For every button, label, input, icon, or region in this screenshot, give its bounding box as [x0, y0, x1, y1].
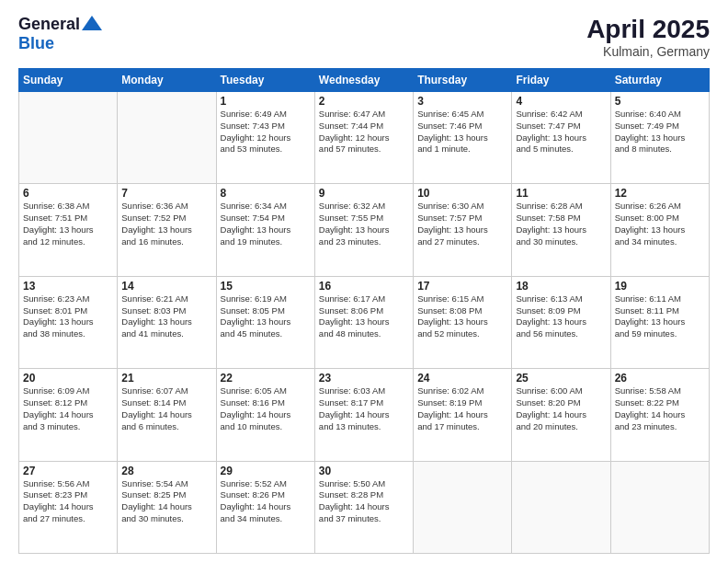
- calendar-cell: 15Sunrise: 6:19 AMSunset: 8:05 PMDayligh…: [216, 276, 314, 368]
- day-number: 4: [516, 95, 606, 108]
- day-detail: Sunrise: 6:42 AMSunset: 7:47 PMDaylight:…: [516, 109, 606, 155]
- day-number: 2: [319, 95, 409, 108]
- calendar-cell: [414, 461, 512, 553]
- calendar-row-0: 1Sunrise: 6:49 AMSunset: 7:43 PMDaylight…: [19, 92, 710, 184]
- calendar-header-monday: Monday: [118, 69, 216, 92]
- title-block: April 2025 Kulmain, Germany: [586, 15, 710, 59]
- day-detail: Sunrise: 6:30 AMSunset: 7:57 PMDaylight:…: [417, 201, 507, 247]
- calendar-cell: 20Sunrise: 6:09 AMSunset: 8:12 PMDayligh…: [19, 369, 118, 461]
- day-number: 30: [319, 465, 409, 477]
- day-detail: Sunrise: 6:15 AMSunset: 8:08 PMDaylight:…: [417, 293, 507, 340]
- calendar-cell: 13Sunrise: 6:23 AMSunset: 8:01 PMDayligh…: [19, 276, 118, 368]
- page: General Blue April 2025 Kulmain, Germany…: [0, 0, 728, 563]
- calendar-cell: 28Sunrise: 5:54 AMSunset: 8:25 PMDayligh…: [118, 461, 216, 553]
- calendar-row-1: 6Sunrise: 6:38 AMSunset: 7:51 PMDaylight…: [19, 184, 710, 276]
- day-detail: Sunrise: 6:11 AMSunset: 8:11 PMDaylight:…: [615, 293, 705, 340]
- day-number: 24: [417, 372, 507, 385]
- day-number: 18: [516, 280, 606, 293]
- calendar-cell: 1Sunrise: 6:49 AMSunset: 7:43 PMDaylight…: [216, 92, 314, 184]
- day-detail: Sunrise: 6:47 AMSunset: 7:44 PMDaylight:…: [319, 109, 409, 155]
- calendar-cell: 29Sunrise: 5:52 AMSunset: 8:26 PMDayligh…: [216, 461, 314, 553]
- calendar-cell: [512, 461, 610, 553]
- day-number: 6: [23, 187, 113, 200]
- day-detail: Sunrise: 6:02 AMSunset: 8:19 PMDaylight:…: [417, 385, 507, 432]
- calendar-header-row: SundayMondayTuesdayWednesdayThursdayFrid…: [19, 69, 710, 92]
- logo-blue: Blue: [18, 34, 54, 53]
- title-location: Kulmain, Germany: [586, 44, 710, 59]
- day-number: 7: [121, 187, 211, 200]
- day-detail: Sunrise: 6:17 AMSunset: 8:06 PMDaylight:…: [319, 293, 409, 340]
- calendar-cell: 9Sunrise: 6:32 AMSunset: 7:55 PMDaylight…: [314, 184, 413, 276]
- day-detail: Sunrise: 6:36 AMSunset: 7:52 PMDaylight:…: [121, 201, 211, 247]
- day-number: 29: [221, 465, 311, 477]
- calendar-header-tuesday: Tuesday: [216, 69, 314, 92]
- calendar-cell: 26Sunrise: 5:58 AMSunset: 8:22 PMDayligh…: [610, 369, 709, 461]
- day-detail: Sunrise: 5:54 AMSunset: 8:25 PMDaylight:…: [121, 478, 211, 525]
- calendar-cell: 7Sunrise: 6:36 AMSunset: 7:52 PMDaylight…: [118, 184, 216, 276]
- day-number: 9: [319, 187, 409, 200]
- day-number: 11: [516, 187, 606, 200]
- day-detail: Sunrise: 6:49 AMSunset: 7:43 PMDaylight:…: [221, 109, 311, 155]
- calendar-cell: 12Sunrise: 6:26 AMSunset: 8:00 PMDayligh…: [610, 184, 709, 276]
- day-detail: Sunrise: 6:28 AMSunset: 7:58 PMDaylight:…: [516, 201, 606, 247]
- calendar-cell: 22Sunrise: 6:05 AMSunset: 8:16 PMDayligh…: [216, 369, 314, 461]
- day-detail: Sunrise: 6:38 AMSunset: 7:51 PMDaylight:…: [23, 201, 113, 247]
- logo-triangle-icon: [82, 16, 102, 30]
- day-number: 17: [417, 280, 507, 293]
- day-number: 28: [121, 465, 211, 477]
- logo-general: General: [18, 15, 80, 34]
- calendar-cell: 21Sunrise: 6:07 AMSunset: 8:14 PMDayligh…: [118, 369, 216, 461]
- calendar-cell: 25Sunrise: 6:00 AMSunset: 8:20 PMDayligh…: [512, 369, 610, 461]
- calendar-table: SundayMondayTuesdayWednesdayThursdayFrid…: [18, 68, 710, 554]
- calendar-cell: 3Sunrise: 6:45 AMSunset: 7:46 PMDaylight…: [414, 92, 512, 184]
- calendar-cell: 2Sunrise: 6:47 AMSunset: 7:44 PMDaylight…: [314, 92, 413, 184]
- calendar-cell: 14Sunrise: 6:21 AMSunset: 8:03 PMDayligh…: [118, 276, 216, 368]
- day-detail: Sunrise: 6:13 AMSunset: 8:09 PMDaylight:…: [516, 293, 606, 340]
- calendar-header-friday: Friday: [512, 69, 610, 92]
- svg-marker-0: [82, 16, 102, 30]
- day-number: 23: [319, 372, 409, 385]
- day-detail: Sunrise: 6:19 AMSunset: 8:05 PMDaylight:…: [221, 293, 311, 340]
- day-number: 16: [319, 280, 409, 293]
- calendar-cell: [19, 92, 118, 184]
- day-number: 1: [221, 95, 311, 108]
- day-number: 22: [221, 372, 311, 385]
- calendar-cell: 18Sunrise: 6:13 AMSunset: 8:09 PMDayligh…: [512, 276, 610, 368]
- logo: General Blue: [18, 15, 102, 53]
- day-detail: Sunrise: 6:21 AMSunset: 8:03 PMDaylight:…: [121, 293, 211, 340]
- calendar-cell: 8Sunrise: 6:34 AMSunset: 7:54 PMDaylight…: [216, 184, 314, 276]
- day-detail: Sunrise: 6:32 AMSunset: 7:55 PMDaylight:…: [319, 201, 409, 247]
- calendar-cell: 5Sunrise: 6:40 AMSunset: 7:49 PMDaylight…: [610, 92, 709, 184]
- day-number: 10: [417, 187, 507, 200]
- calendar-cell: 27Sunrise: 5:56 AMSunset: 8:23 PMDayligh…: [19, 461, 118, 553]
- calendar-header-sunday: Sunday: [19, 69, 118, 92]
- calendar-row-2: 13Sunrise: 6:23 AMSunset: 8:01 PMDayligh…: [19, 276, 710, 368]
- day-number: 3: [417, 95, 507, 108]
- day-number: 5: [615, 95, 705, 108]
- day-number: 12: [615, 187, 705, 200]
- title-month: April 2025: [586, 15, 710, 44]
- day-detail: Sunrise: 6:09 AMSunset: 8:12 PMDaylight:…: [23, 385, 113, 432]
- calendar-cell: 24Sunrise: 6:02 AMSunset: 8:19 PMDayligh…: [414, 369, 512, 461]
- calendar-row-4: 27Sunrise: 5:56 AMSunset: 8:23 PMDayligh…: [19, 461, 710, 553]
- day-number: 8: [221, 187, 311, 200]
- header: General Blue April 2025 Kulmain, Germany: [18, 15, 710, 59]
- calendar-cell: 17Sunrise: 6:15 AMSunset: 8:08 PMDayligh…: [414, 276, 512, 368]
- day-number: 14: [121, 280, 211, 293]
- day-number: 25: [516, 372, 606, 385]
- day-detail: Sunrise: 5:58 AMSunset: 8:22 PMDaylight:…: [615, 385, 705, 432]
- day-detail: Sunrise: 5:56 AMSunset: 8:23 PMDaylight:…: [23, 478, 113, 525]
- calendar-row-3: 20Sunrise: 6:09 AMSunset: 8:12 PMDayligh…: [19, 369, 710, 461]
- day-number: 13: [23, 280, 113, 293]
- day-detail: Sunrise: 5:52 AMSunset: 8:26 PMDaylight:…: [221, 478, 311, 525]
- calendar-cell: [118, 92, 216, 184]
- day-detail: Sunrise: 6:00 AMSunset: 8:20 PMDaylight:…: [516, 385, 606, 432]
- day-number: 20: [23, 372, 113, 385]
- day-number: 26: [615, 372, 705, 385]
- calendar-cell: 16Sunrise: 6:17 AMSunset: 8:06 PMDayligh…: [314, 276, 413, 368]
- day-number: 21: [121, 372, 211, 385]
- day-number: 15: [221, 280, 311, 293]
- calendar-cell: 30Sunrise: 5:50 AMSunset: 8:28 PMDayligh…: [314, 461, 413, 553]
- day-detail: Sunrise: 6:40 AMSunset: 7:49 PMDaylight:…: [615, 109, 705, 155]
- calendar-header-thursday: Thursday: [414, 69, 512, 92]
